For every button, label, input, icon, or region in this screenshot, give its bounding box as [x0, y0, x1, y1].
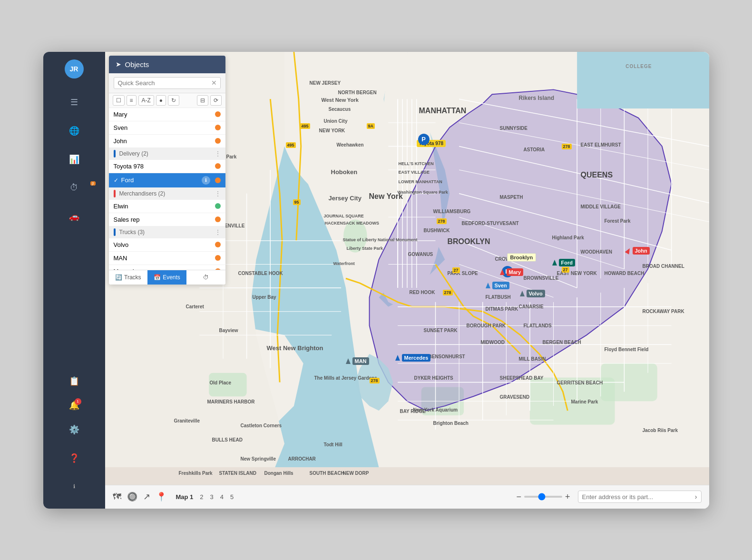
list-item[interactable]: Sven	[109, 121, 225, 135]
rotate-btn[interactable]: ↻	[168, 95, 179, 106]
map-container[interactable]: MANHATTAN New York BROOKLYN QUEENS Jerse…	[105, 52, 709, 485]
list-item[interactable]: MAN	[109, 252, 225, 265]
status-dot	[215, 268, 221, 270]
truck-icon[interactable]: 🚗	[43, 208, 105, 225]
events-tab[interactable]: 📅 Events	[147, 270, 186, 285]
map-page-3[interactable]: 3	[208, 492, 215, 501]
info-btn[interactable]: ℹ	[202, 176, 210, 185]
share-icon[interactable]: ↗	[143, 491, 150, 502]
main-window: JR ☰ 🌐 📊 ⏱ β 🚗 📋 🔔 1 ⚙️ ❓ ℹ	[43, 52, 709, 509]
list-item[interactable]: Sales rep	[109, 213, 225, 226]
status-dot	[215, 177, 221, 183]
i495b-label: 495	[300, 123, 310, 129]
svg-rect-57	[577, 52, 709, 108]
globe-icon[interactable]: 🌐	[43, 122, 105, 139]
objects-toolbar: ☐ ≡ A-Z ● ↻ ⊟ ⟳	[109, 93, 225, 108]
group-header-merchandisers[interactable]: Merchandisers (2) ⋮	[109, 188, 225, 200]
help-icon[interactable]: ❓	[69, 450, 79, 467]
list-item[interactable]: Mary	[109, 108, 225, 121]
objects-tabs: 🔄 Tracks 📅 Events ⏱	[109, 270, 225, 285]
list-item-ford[interactable]: ✓ Ford ℹ	[109, 173, 225, 188]
objects-search-container: ✕	[109, 73, 225, 93]
menu-icon[interactable]: ☰	[43, 94, 105, 111]
status-dot	[215, 255, 221, 261]
status-dot	[215, 203, 221, 209]
group-menu-icon[interactable]: ⋮	[215, 229, 221, 236]
staten-island-label: STATEN ISLAND	[219, 471, 257, 476]
objects-panel-header: ➤ Objects	[109, 56, 225, 73]
address-input[interactable]	[582, 493, 695, 501]
navigation-icon: ➤	[116, 60, 121, 68]
i278d-label: 278	[562, 144, 572, 149]
i278-label: 278	[437, 218, 447, 224]
objects-panel: ➤ Objects ✕ ☐ ≡ A-Z ● ↻ ⊟ ⟳	[109, 56, 225, 285]
main-content: MANHATTAN New York BROOKLYN QUEENS Jerse…	[105, 52, 709, 509]
i495-label: 495	[286, 142, 296, 148]
notification-badge: 1	[75, 398, 81, 405]
list-view-btn[interactable]: ≡	[127, 95, 137, 106]
info-icon[interactable]: ℹ	[69, 478, 79, 495]
zoom-in-btn[interactable]: +	[565, 492, 570, 502]
group-menu-icon[interactable]: ⋮	[215, 150, 221, 157]
address-search-btn[interactable]: ›	[695, 493, 697, 501]
bottom-bar: 🗺 🔘 ↗ 📍 Map 1 2 3 4 5 − + ›	[105, 485, 709, 509]
freshkills-label: Freshkills Park	[179, 471, 213, 476]
list-item[interactable]: John	[109, 135, 225, 148]
svg-point-1	[343, 219, 367, 252]
gauge-icon[interactable]: 🔘	[127, 491, 137, 502]
status-dot	[215, 125, 221, 130]
document-icon[interactable]: 📋	[69, 373, 79, 390]
i95-label: 95	[293, 199, 301, 205]
status-dot	[215, 138, 221, 144]
svg-rect-3	[209, 373, 246, 396]
group-header-delivery[interactable]: Delivery (2) ⋮	[109, 148, 225, 160]
list-item[interactable]: Volvo	[109, 238, 225, 252]
zoom-bar: − +	[516, 492, 570, 502]
circle-btn[interactable]: ●	[156, 95, 166, 106]
chart-icon[interactable]: 📊	[43, 151, 105, 168]
layers-icon[interactable]: 🗺	[113, 492, 121, 502]
filter-btn[interactable]: ⊟	[197, 95, 208, 106]
zoom-slider[interactable]	[524, 496, 562, 498]
map-page-5[interactable]: 5	[228, 492, 235, 501]
list-item[interactable]: Elwin	[109, 200, 225, 213]
status-dot	[215, 242, 221, 247]
parking-marker2: P	[502, 266, 513, 277]
map-page-2[interactable]: 2	[198, 492, 205, 501]
group-color-bar	[114, 150, 116, 157]
list-item[interactable]: Toyota 978	[109, 160, 225, 173]
tracks-tab[interactable]: 🔄 Tracks	[109, 270, 148, 285]
clock-icon[interactable]: ⏱ β	[43, 179, 105, 196]
notification-icon[interactable]: 🔔 1	[69, 400, 79, 411]
i278c-label: 278	[370, 378, 380, 383]
sort-az-btn[interactable]: A-Z	[138, 95, 154, 106]
settings-icon[interactable]: ⚙️	[69, 421, 79, 438]
status-dot	[215, 111, 221, 117]
checkbox-view-btn[interactable]: ☐	[113, 95, 125, 106]
pin-icon[interactable]: 📍	[156, 491, 166, 502]
list-item[interactable]: Mercedes	[109, 265, 225, 270]
objects-title: Objects	[125, 60, 149, 69]
zoom-out-btn[interactable]: −	[516, 492, 521, 502]
user-avatar[interactable]: JR	[65, 59, 84, 79]
map-page-1[interactable]: Map 1	[174, 492, 195, 501]
history-tab[interactable]: ⏱	[186, 270, 225, 285]
dongan-label: Dongan Hills	[264, 471, 293, 476]
group-menu-icon[interactable]: ⋮	[215, 190, 221, 197]
refresh-btn[interactable]: ⟳	[210, 95, 222, 106]
parking-marker: P	[418, 134, 430, 145]
brooklyn-box-label: Brooklyn	[507, 253, 537, 262]
i9a-label: 9A	[367, 123, 375, 129]
map-page-4[interactable]: 4	[218, 492, 225, 501]
sidebar: JR ☰ 🌐 📊 ⏱ β 🚗 📋 🔔 1 ⚙️ ❓ ℹ	[43, 52, 105, 509]
check-icon: ✓	[114, 177, 118, 184]
i27-label: 27	[452, 267, 460, 273]
group-header-trucks[interactable]: Trucks (3) ⋮	[109, 226, 225, 238]
sidebar-bottom: 📋 🔔 1 ⚙️ ❓ ℹ	[69, 367, 79, 501]
search-clear-btn[interactable]: ✕	[211, 79, 217, 87]
group-color-bar	[114, 190, 116, 197]
south-beach-label: SOUTH BEACH	[310, 471, 344, 476]
search-input[interactable]	[114, 77, 221, 89]
group-color-bar	[114, 228, 116, 236]
i27b-label: 27	[562, 267, 569, 273]
